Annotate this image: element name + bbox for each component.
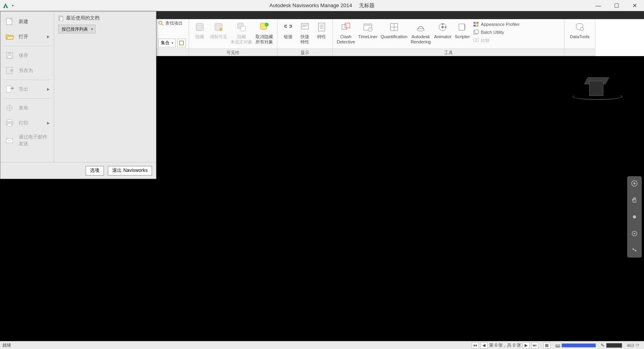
display-group-title: 显示 bbox=[277, 49, 332, 56]
pan-icon[interactable] bbox=[630, 196, 639, 205]
svg-rect-38 bbox=[474, 39, 476, 42]
menu-item-new[interactable]: 新建 bbox=[0, 14, 54, 29]
menu-item-print[interactable]: 打印 ▶ bbox=[0, 115, 54, 131]
save-icon bbox=[4, 51, 15, 60]
app-menu-dropdown-icon[interactable]: ▾ bbox=[11, 4, 15, 8]
svg-rect-3 bbox=[180, 41, 183, 45]
svg-rect-54 bbox=[60, 17, 63, 21]
menu-item-open[interactable]: 打开 ▶ bbox=[0, 29, 54, 44]
autodesk-rendering-button[interactable]: Autodesk Rendering bbox=[409, 20, 433, 45]
batch-utility-button[interactable]: Batch Utility bbox=[472, 29, 520, 36]
steering-wheel-icon[interactable] bbox=[630, 179, 639, 188]
nav-toolbar bbox=[627, 176, 642, 257]
appearance-profiler-button[interactable]: Appearance Profiler bbox=[472, 21, 520, 28]
svg-rect-21 bbox=[364, 24, 372, 26]
sheet-browser-button[interactable]: ▦ bbox=[543, 342, 550, 349]
orbit-icon[interactable] bbox=[630, 229, 639, 238]
recent-sort-dropdown[interactable]: 按已排序列表 bbox=[58, 25, 96, 33]
sheet-prev-button[interactable]: ◀ bbox=[480, 342, 488, 349]
ribbon-peek: 查找项目 集合 bbox=[156, 19, 189, 56]
svg-line-2 bbox=[162, 24, 163, 25]
svg-rect-34 bbox=[474, 25, 476, 27]
animator-button[interactable]: Animator bbox=[432, 20, 453, 40]
svg-rect-4 bbox=[196, 23, 203, 31]
clash-detective-button[interactable]: Clash Detective bbox=[335, 20, 357, 45]
links-button[interactable]: 链接 bbox=[280, 20, 297, 40]
memory-bar bbox=[562, 343, 596, 347]
sheet-first-button[interactable]: ⏮ bbox=[472, 342, 479, 349]
minimize-button[interactable]: — bbox=[589, 0, 607, 11]
zoom-icon[interactable] bbox=[630, 213, 639, 221]
recent-docs-icon bbox=[58, 16, 64, 21]
require-icon bbox=[212, 21, 225, 33]
close-button[interactable]: ✕ bbox=[626, 0, 644, 11]
svg-rect-18 bbox=[342, 25, 347, 29]
sheet-next-button[interactable]: ▶ bbox=[523, 342, 530, 349]
hide-unselected-button[interactable]: 隐藏 未选定对象 bbox=[229, 20, 254, 45]
scripter-icon bbox=[456, 21, 468, 33]
properties-button[interactable]: 特性 bbox=[313, 20, 330, 40]
menu-item-save[interactable]: 保存 bbox=[0, 48, 54, 63]
scripter-button[interactable]: Scripter bbox=[453, 20, 471, 40]
batch-icon bbox=[473, 29, 479, 35]
hide-button[interactable]: 隐藏 bbox=[191, 20, 208, 40]
exit-button[interactable]: 退出 Navisworks bbox=[108, 166, 152, 175]
menu-item-saveas[interactable]: 另存为 bbox=[0, 63, 54, 78]
svg-rect-42 bbox=[6, 18, 12, 25]
app-menu-left: 新建 打开 ▶ 保存 另存为 导出 ▶ bbox=[0, 12, 54, 162]
datatools-button[interactable]: DataTools bbox=[568, 20, 591, 40]
set-square-button[interactable] bbox=[177, 39, 186, 47]
timeliner-button[interactable]: TimeLiner bbox=[357, 20, 379, 40]
render-icon bbox=[414, 21, 427, 33]
publish-icon bbox=[4, 103, 15, 112]
quantification-button[interactable]: Quantification bbox=[379, 20, 409, 40]
export-icon bbox=[4, 85, 15, 94]
svg-rect-8 bbox=[241, 26, 246, 31]
svg-point-30 bbox=[442, 23, 443, 25]
svg-point-41 bbox=[580, 27, 584, 31]
unhide-all-button[interactable]: 取消隐藏 所有对象 bbox=[254, 20, 275, 45]
recent-docs-header: 最近使用的文档 bbox=[66, 15, 100, 21]
svg-rect-32 bbox=[474, 22, 476, 24]
group-datatools: DataTools bbox=[564, 19, 595, 56]
svg-point-10 bbox=[265, 23, 269, 27]
disk-icon: 🖴 bbox=[555, 343, 560, 348]
set-dropdown[interactable]: 集合 bbox=[158, 39, 176, 47]
svg-rect-39 bbox=[476, 39, 478, 42]
group-display: 链接 快捷 特性 特性 显示 bbox=[277, 19, 333, 56]
maximize-button[interactable]: ☐ bbox=[607, 0, 626, 11]
app-menu-right: 最近使用的文档 按已排序列表 bbox=[54, 12, 156, 162]
tools-group-title: 工具 bbox=[333, 49, 564, 56]
svg-marker-0 bbox=[3, 3, 8, 8]
svg-rect-37 bbox=[475, 30, 478, 33]
ribbon: 查找项目 集合 隐藏 强制可见 隐藏 未选定对象 取消隐藏 bbox=[156, 19, 595, 56]
menu-item-export[interactable]: 导出 ▶ bbox=[0, 82, 54, 97]
compare-button[interactable]: 比较 bbox=[472, 37, 520, 44]
find-label[interactable]: 查找项目 bbox=[165, 20, 183, 26]
quantification-icon bbox=[388, 21, 400, 33]
document-title: 无标题 bbox=[359, 2, 375, 8]
look-icon[interactable] bbox=[630, 246, 639, 255]
menu-item-email[interactable]: 通过电子邮件 发送 bbox=[0, 131, 54, 150]
svg-point-29 bbox=[441, 26, 444, 28]
properties-icon bbox=[315, 21, 328, 33]
require-button[interactable]: 强制可见 bbox=[208, 20, 229, 40]
options-button[interactable]: 选项 bbox=[86, 166, 104, 175]
quick-properties-button[interactable]: 快捷 特性 bbox=[297, 20, 313, 45]
app-menu-button[interactable] bbox=[0, 0, 11, 11]
status-value: 463 bbox=[627, 343, 634, 348]
qat-strip bbox=[156, 11, 644, 19]
svg-rect-19 bbox=[345, 23, 350, 28]
viewcube[interactable] bbox=[586, 76, 607, 100]
sheet-last-button[interactable]: ⏭ bbox=[531, 342, 539, 349]
titlebar: ▾ Autodesk Navisworks Manage 2014 无标题 — … bbox=[0, 0, 644, 11]
svg-rect-49 bbox=[7, 120, 12, 122]
menu-item-publish[interactable]: 发布 bbox=[0, 100, 54, 115]
submenu-arrow-icon: ▶ bbox=[47, 87, 50, 91]
statusbar: 就绪 ⏮ ◀ 第 0 张，共 0 张 ▶ ⏭ ▦ 🖴 ✎ 463 ⟳ bbox=[0, 341, 644, 349]
find-icon bbox=[158, 20, 164, 26]
open-icon bbox=[4, 32, 15, 41]
svg-rect-47 bbox=[6, 86, 11, 92]
visibility-group-title: 可见性 bbox=[189, 49, 277, 56]
scale-indicator bbox=[606, 343, 622, 348]
